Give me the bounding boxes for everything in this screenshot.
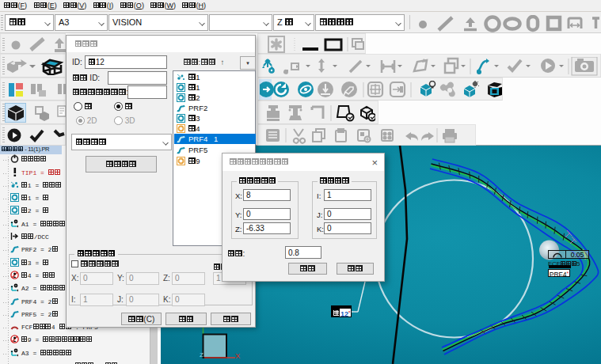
svg-text:Z: Z (200, 351, 204, 358)
svg-text:X: X (235, 351, 241, 360)
